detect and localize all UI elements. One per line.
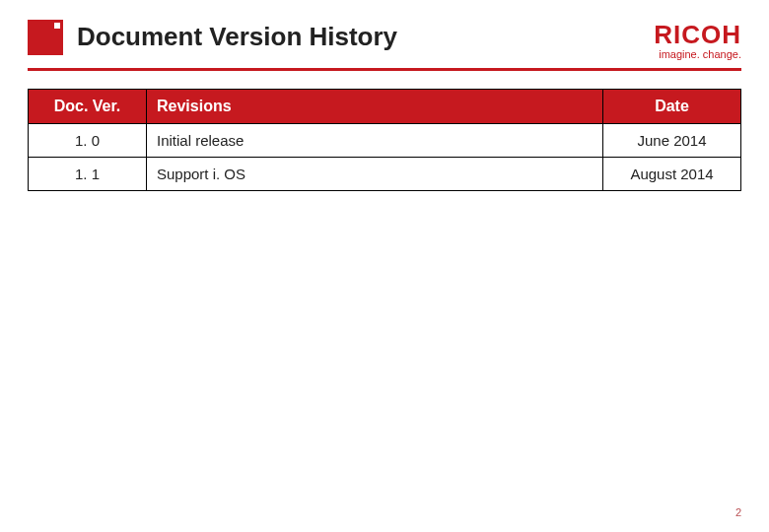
page-number: 2 <box>735 506 741 518</box>
cell-revisions: Support i. OS <box>147 158 603 191</box>
table-row: 1. 1 Support i. OS August 2014 <box>29 158 741 191</box>
col-header-date: Date <box>603 90 741 124</box>
col-header-doc-ver: Doc. Ver. <box>29 90 147 124</box>
cell-revisions: Initial release <box>147 124 603 158</box>
brand-logo: RICOH imagine. change. <box>654 18 741 60</box>
page-title: Document Version History <box>77 22 397 52</box>
title-wrap: Document Version History <box>28 18 397 55</box>
table-header-row: Doc. Ver. Revisions Date <box>29 90 741 124</box>
col-header-revisions: Revisions <box>147 90 603 124</box>
brand-name: RICOH <box>654 20 741 50</box>
title-bullet-icon <box>28 20 63 55</box>
slide: Document Version History RICOH imagine. … <box>0 0 769 532</box>
cell-doc-ver: 1. 0 <box>29 124 147 158</box>
header: Document Version History RICOH imagine. … <box>28 18 741 60</box>
version-history-table: Doc. Ver. Revisions Date 1. 0 Initial re… <box>28 89 741 191</box>
cell-date: August 2014 <box>603 158 741 191</box>
brand-tagline: imagine. change. <box>654 48 741 60</box>
cell-date: June 2014 <box>603 124 741 158</box>
header-divider <box>28 68 741 71</box>
table-row: 1. 0 Initial release June 2014 <box>29 124 741 158</box>
cell-doc-ver: 1. 1 <box>29 158 147 191</box>
